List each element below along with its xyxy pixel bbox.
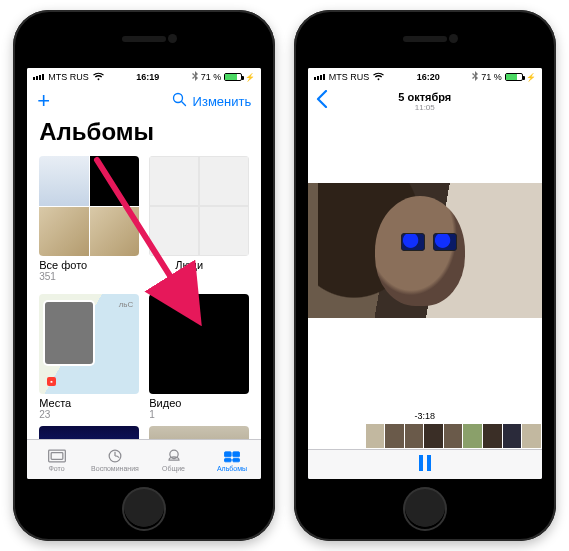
phone-camera: [168, 34, 177, 43]
bluetooth-icon: [472, 71, 478, 83]
svg-rect-9: [233, 458, 240, 461]
albums-content[interactable]: Все фото 351 Люди льС ▪ Места 23: [27, 154, 261, 439]
scrubber[interactable]: [308, 423, 542, 449]
status-time: 16:19: [136, 72, 159, 82]
battery-pct: 71 %: [481, 72, 502, 82]
signal-icon: [33, 74, 44, 80]
album-count: 351: [39, 271, 139, 282]
album-name: Места: [39, 397, 139, 409]
album-count: 23: [39, 409, 139, 420]
edit-button[interactable]: Изменить: [193, 94, 252, 109]
home-button[interactable]: [403, 487, 447, 531]
phone-right: MTS RUS 16:20 71 % ⚡ 5 октября 1: [294, 10, 556, 541]
carrier-label: MTS RUS: [48, 72, 89, 82]
album-item[interactable]: Все фото 351: [39, 156, 139, 282]
status-bar: MTS RUS 16:20 71 % ⚡: [308, 68, 542, 86]
video-area[interactable]: -3:18: [308, 116, 542, 449]
svg-rect-7: [233, 451, 240, 456]
search-icon[interactable]: [172, 92, 187, 110]
tab-memories[interactable]: Воспоминания: [86, 440, 145, 479]
album-thumb: льС ▪: [39, 294, 139, 394]
pause-button[interactable]: [418, 455, 432, 475]
video-date: 5 октября: [308, 91, 542, 103]
status-time: 16:20: [417, 72, 440, 82]
svg-rect-11: [427, 455, 431, 471]
wifi-icon: [93, 72, 104, 83]
video-title: 5 октября 11:05: [308, 91, 542, 112]
svg-line-1: [181, 102, 185, 106]
album-name: Видео: [149, 397, 249, 409]
phone-left: MTS RUS 16:19 71 % ⚡ + Измен: [13, 10, 275, 541]
signal-icon: [314, 74, 325, 80]
album-thumb: [149, 156, 249, 256]
phone-speaker: [403, 36, 447, 42]
album-item[interactable]: льС ▪ Места 23: [39, 294, 139, 420]
svg-rect-10: [419, 455, 423, 471]
wifi-icon: [373, 72, 384, 83]
album-item[interactable]: Видео 1: [149, 294, 249, 420]
tab-photos[interactable]: Фото: [27, 440, 86, 479]
svg-rect-8: [225, 458, 232, 461]
tab-shared[interactable]: Общие: [144, 440, 203, 479]
album-name: Люди: [175, 259, 249, 271]
player-toolbar: [308, 449, 542, 479]
svg-point-0: [173, 94, 182, 103]
tab-bar: Фото Воспоминания Общие Альбомы: [27, 439, 261, 479]
phone-camera: [449, 34, 458, 43]
phone-speaker: [122, 36, 166, 42]
video-header: 5 октября 11:05: [308, 86, 542, 116]
video-time: 11:05: [308, 103, 542, 112]
status-bar: MTS RUS 16:19 71 % ⚡: [27, 68, 261, 86]
bluetooth-icon: [192, 71, 198, 83]
album-thumb: [39, 156, 139, 256]
add-album-button[interactable]: +: [37, 90, 50, 112]
time-remaining: -3:18: [308, 385, 542, 423]
svg-rect-6: [225, 451, 232, 456]
charging-icon: ⚡: [245, 73, 255, 82]
album-count: 1: [149, 409, 249, 420]
screen-video: MTS RUS 16:20 71 % ⚡ 5 октября 1: [308, 68, 542, 479]
map-pin: ▪: [47, 377, 55, 386]
tab-albums[interactable]: Альбомы: [203, 440, 262, 479]
album-thumb: [149, 294, 249, 394]
carrier-label: MTS RUS: [329, 72, 370, 82]
home-button[interactable]: [122, 487, 166, 531]
album-thumb-partial[interactable]: [149, 426, 249, 439]
nav-right: Изменить: [172, 92, 252, 110]
page-title: Альбомы: [27, 116, 261, 154]
album-thumb-partial[interactable]: [39, 426, 139, 439]
battery-icon: [224, 73, 242, 81]
video-frame: [308, 183, 542, 318]
nav-bar: + Изменить: [27, 86, 261, 116]
battery-icon: [505, 73, 523, 81]
screen-albums: MTS RUS 16:19 71 % ⚡ + Измен: [27, 68, 261, 479]
album-name: Все фото: [39, 259, 139, 271]
svg-rect-4: [51, 452, 63, 459]
album-item[interactable]: Люди: [149, 156, 249, 282]
charging-icon: ⚡: [526, 73, 536, 82]
battery-pct: 71 %: [201, 72, 222, 82]
